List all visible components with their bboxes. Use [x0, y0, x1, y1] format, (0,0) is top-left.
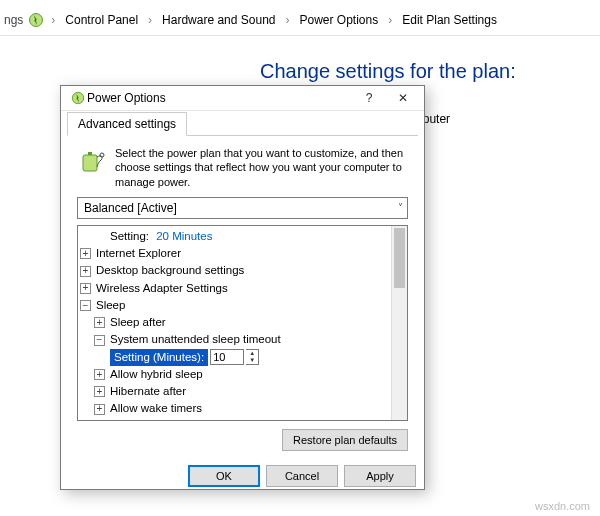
- tab-advanced-settings[interactable]: Advanced settings: [67, 112, 187, 136]
- tree-item-ie[interactable]: + Internet Explorer: [80, 245, 405, 262]
- help-button[interactable]: ?: [352, 86, 386, 110]
- address-bar: ngs › Control Panel › Hardware and Sound…: [0, 0, 600, 36]
- expand-icon[interactable]: +: [94, 404, 105, 415]
- expand-icon[interactable]: +: [80, 248, 91, 259]
- power-plan-select[interactable]: Balanced [Active] ˅: [77, 197, 408, 219]
- collapse-icon[interactable]: −: [80, 300, 91, 311]
- restore-defaults-button[interactable]: Restore plan defaults: [282, 429, 408, 451]
- tree-item-wireless[interactable]: + Wireless Adapter Settings: [80, 280, 405, 297]
- chevron-right-icon: ›: [49, 13, 57, 27]
- spinner-buttons[interactable]: ▲ ▼: [246, 349, 259, 365]
- address-prefix: ngs: [4, 13, 23, 27]
- tree-item-desktop[interactable]: + Desktop background settings: [80, 262, 405, 279]
- spinner-down-icon[interactable]: ▼: [246, 357, 258, 364]
- close-button[interactable]: ✕: [386, 86, 420, 110]
- breadcrumb-item[interactable]: Hardware and Sound: [158, 11, 279, 29]
- chevron-right-icon: ›: [284, 13, 292, 27]
- dialog-tabs: Advanced settings: [61, 111, 424, 135]
- cancel-button[interactable]: Cancel: [266, 465, 338, 487]
- svg-rect-2: [83, 155, 97, 171]
- collapse-icon[interactable]: −: [94, 335, 105, 346]
- tree-item-unattended[interactable]: − System unattended sleep timeout: [80, 331, 405, 348]
- expand-icon[interactable]: +: [94, 386, 105, 397]
- dialog-title: Power Options: [87, 91, 352, 105]
- dialog-titlebar[interactable]: Power Options ? ✕: [61, 86, 424, 111]
- tree-item-sleep[interactable]: − Sleep: [80, 297, 405, 314]
- tree-item-hibernate[interactable]: + Hibernate after: [80, 383, 405, 400]
- battery-icon: [77, 146, 107, 176]
- ok-button[interactable]: OK: [188, 465, 260, 487]
- expand-icon[interactable]: +: [80, 266, 91, 277]
- power-options-dialog: Power Options ? ✕ Advanced settings Sele…: [60, 85, 425, 490]
- power-plan-value: Balanced [Active]: [84, 201, 177, 215]
- unattended-minutes-input[interactable]: [210, 349, 244, 365]
- svg-rect-3: [88, 152, 92, 155]
- tree-item-hybrid[interactable]: + Allow hybrid sleep: [80, 366, 405, 383]
- chevron-right-icon: ›: [146, 13, 154, 27]
- dialog-description: Select the power plan that you want to c…: [115, 146, 410, 189]
- power-options-icon: [27, 11, 45, 29]
- breadcrumb-item[interactable]: Edit Plan Settings: [398, 11, 501, 29]
- settings-tree: Setting: 20 Minutes + Internet Explorer …: [77, 225, 408, 421]
- expand-icon[interactable]: +: [94, 369, 105, 380]
- tree-setting-summary: Setting: 20 Minutes: [80, 228, 405, 245]
- breadcrumb-item[interactable]: Control Panel: [61, 11, 142, 29]
- chevron-down-icon: ˅: [398, 202, 403, 213]
- close-icon: ✕: [398, 91, 408, 105]
- watermark: wsxdn.com: [535, 500, 590, 512]
- apply-button[interactable]: Apply: [344, 465, 416, 487]
- tree-scrollbar[interactable]: [391, 226, 407, 420]
- tree-setting-value[interactable]: 20 Minutes: [156, 228, 212, 245]
- breadcrumb-item[interactable]: Power Options: [296, 11, 383, 29]
- tree-item-wake[interactable]: + Allow wake timers: [80, 400, 405, 417]
- unattended-minutes-label: Setting (Minutes):: [110, 349, 208, 366]
- expand-icon[interactable]: +: [80, 283, 91, 294]
- tree-item-unattended-setting: Setting (Minutes): ▲ ▼: [80, 349, 405, 366]
- chevron-right-icon: ›: [386, 13, 394, 27]
- scrollbar-thumb[interactable]: [394, 228, 405, 288]
- expand-icon[interactable]: +: [94, 317, 105, 328]
- tree-item-sleep-after[interactable]: + Sleep after: [80, 314, 405, 331]
- power-options-icon: [69, 89, 87, 107]
